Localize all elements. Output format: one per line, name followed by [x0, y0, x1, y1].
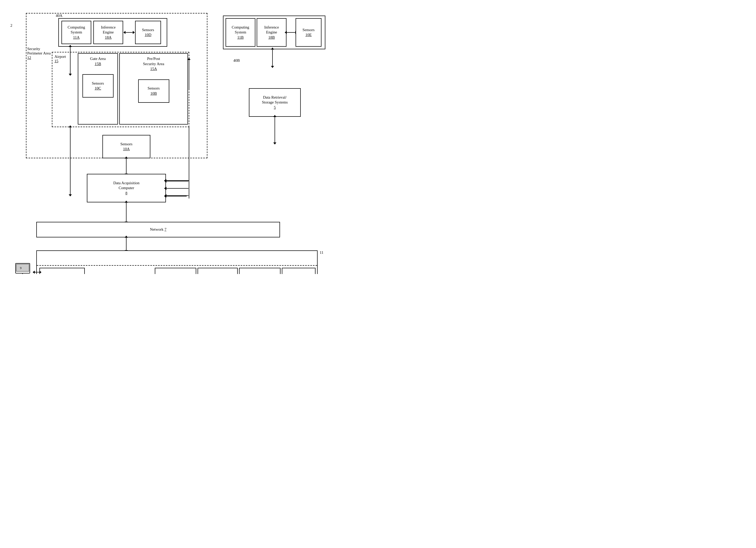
sensors-10D-ref: 10D	[145, 32, 151, 38]
data-acquisition-8: Data AcquisitionComputer 8	[87, 174, 166, 202]
sensors-10C-ref: 10C	[95, 86, 101, 91]
network-7: Network 7	[36, 222, 280, 237]
inferences-27: Inferences 27	[198, 268, 238, 274]
arrow-left-down-to-network	[70, 127, 71, 194]
computing-system-11A: ComputingSystem 11A	[61, 21, 91, 44]
right-computing-outer-box	[223, 16, 325, 49]
arrow-DAQ-to-network	[126, 202, 127, 222]
data-retrieval-label: Data Retrieval/Storage Systems	[262, 95, 288, 105]
network-ref: 7	[164, 227, 166, 232]
top-inner-box: ComputingSystem 11A InferenceEngine 18A …	[58, 18, 167, 47]
sensors-10D: Sensors 10D	[135, 21, 161, 44]
arrow-18A-10D	[125, 32, 133, 33]
arrow-from-right1	[166, 181, 188, 181]
bottom-box-11: InferenceEngine 18 14 Rule Sets 31 Infer…	[36, 250, 318, 274]
alerts-25: Alerts/ResponsiveActions 25	[282, 268, 316, 274]
gate-area-ref: 15B	[95, 61, 101, 67]
gate-area-box: Gate Area 15B Sensors 10C	[78, 53, 118, 124]
arrow-from-right3	[166, 195, 188, 196]
sensors-10A-label: Sensors	[120, 142, 132, 147]
data-retrieval-5: Data Retrieval/Storage Systems 5	[249, 88, 301, 117]
arrow-prepost-to-DAQ3	[166, 196, 187, 196]
sensors-10C: Sensors 10C	[82, 74, 114, 98]
arrow-right-vertical-connector	[189, 127, 189, 198]
label-40A: 40A	[56, 13, 62, 18]
rule-sets-31: Rule Sets 31	[155, 268, 196, 274]
computer-9: 9	[14, 262, 35, 274]
inference-engine-18A: InferenceEngine 18A	[93, 21, 123, 44]
prepost-security-box: Pre/PostSecurity Area 15A Sensors 10B	[119, 53, 188, 124]
label-11: 11	[320, 250, 323, 255]
sensors-10A: Sensors 10A	[102, 135, 150, 158]
network-label: Network	[150, 227, 164, 232]
inference-18A-label: InferenceEngine	[101, 25, 116, 35]
label-2: 2	[10, 23, 12, 28]
sensors-10B: Sensors 10B	[138, 79, 169, 103]
arrow-40B-down	[272, 49, 273, 66]
data-acq-ref: 8	[125, 191, 128, 196]
prepost-label: Pre/PostSecurity Area	[143, 56, 164, 66]
svg-rect-1	[16, 264, 29, 271]
arrow-network-to-bottom	[126, 237, 127, 250]
main-diagram: 2 Security Perimeter Area 12 40A Computi…	[10, 8, 316, 262]
computing-11A-label: ComputingSystem	[68, 25, 85, 35]
arrow-retrieval-to-network	[275, 117, 275, 143]
svg-text:9: 9	[20, 266, 22, 270]
arrow-right-up-to-11B	[189, 60, 189, 89]
inference-engine-18: InferenceEngine 18	[39, 268, 85, 274]
sensors-10A-ref: 10A	[123, 147, 130, 152]
security-perimeter-label: Security Perimeter Area 12	[27, 47, 51, 60]
sensors-10D-label: Sensors	[142, 27, 154, 33]
computing-11A-ref: 11A	[73, 35, 80, 40]
bottom-dashed-divider	[37, 265, 317, 266]
sensors-10B-label: Sensors	[148, 86, 160, 91]
sensors-10B-ref: 10B	[150, 91, 157, 96]
prepost-ref: 15A	[150, 66, 157, 72]
inference-18A-ref: 18A	[105, 35, 112, 40]
sensors-10C-label: Sensors	[92, 81, 104, 86]
arrow-computer-to-box	[34, 272, 40, 272]
data-acq-label: Data AcquisitionComputer	[113, 180, 139, 191]
arrow-from-right2	[166, 188, 188, 189]
risk-level-scores-28: Risk LevelScores 28	[239, 268, 281, 274]
data-retrieval-ref: 5	[274, 105, 276, 110]
label-40B: 40B	[233, 58, 240, 63]
arrow-10A-to-DAQ	[126, 158, 127, 174]
airport-label: Airport 15	[54, 54, 66, 63]
gate-area-label: Gate Area	[90, 56, 106, 61]
